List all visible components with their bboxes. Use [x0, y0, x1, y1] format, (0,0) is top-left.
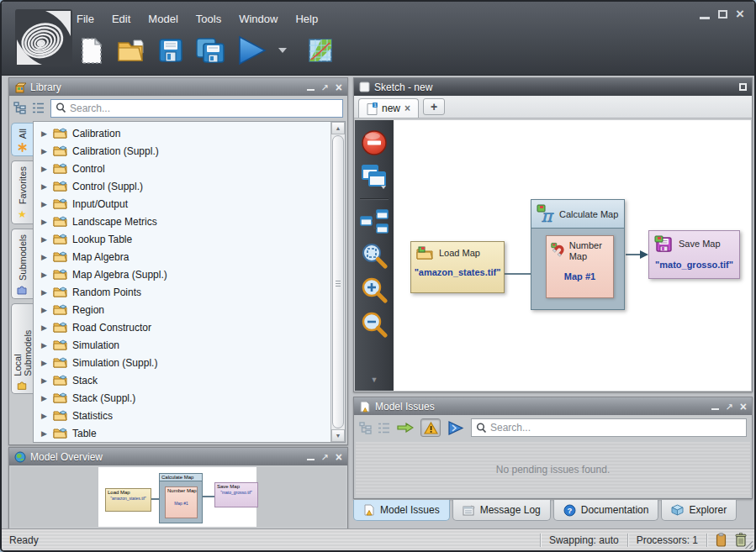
tree-item-control-suppl[interactable]: ▶Control (Suppl.)	[34, 177, 330, 195]
expand-icon[interactable]: ▶	[41, 306, 48, 314]
issues-list-view-icon[interactable]	[378, 422, 390, 434]
toolbar-scroll-down-icon[interactable]: ▼	[371, 376, 378, 384]
close-window-button[interactable]: ×	[736, 8, 744, 20]
tree-item-simulation-suppl[interactable]: ▶Simulation (Suppl.)	[34, 354, 330, 371]
tree-item-calibration[interactable]: ▶Calibration	[34, 124, 330, 142]
expand-icon[interactable]: ▶	[41, 129, 48, 138]
expand-icon[interactable]: ▶	[41, 147, 48, 155]
tree-item-table[interactable]: ▶Table	[34, 424, 330, 442]
side-tab-local-submodels[interactable]: Local Submodels	[11, 303, 33, 394]
node-save-map[interactable]: Save Map "mato_grosso.tif"	[648, 230, 740, 279]
zoom-in-button[interactable]	[361, 276, 388, 303]
tree-item-road-constructor[interactable]: ▶Road Constructor	[34, 318, 330, 336]
node-load-map[interactable]: Load Map "amazon_states.tif"	[410, 241, 505, 293]
expand-icon[interactable]: ▶	[41, 412, 48, 420]
library-minimize-button[interactable]	[307, 89, 315, 91]
windows-cascade-button[interactable]	[361, 164, 388, 189]
expand-icon[interactable]: ▶	[41, 359, 48, 367]
menu-help[interactable]: Help	[293, 10, 330, 28]
side-tab-all[interactable]: All	[11, 123, 33, 156]
overview-float-button[interactable]: ↗	[321, 453, 329, 461]
scroll-down-icon[interactable]: ▼	[331, 429, 345, 442]
tree-item-region[interactable]: ▶Region	[34, 301, 330, 318]
expand-icon[interactable]: ▶	[41, 376, 48, 385]
node-calculate-map-container[interactable]: π Calculate Map	[531, 199, 625, 310]
tree-item-map-algebra[interactable]: ▶Map Algebra	[34, 248, 330, 265]
menu-tools[interactable]: Tools	[193, 10, 233, 28]
save-model-button[interactable]	[155, 34, 187, 67]
expand-icon[interactable]: ▶	[41, 235, 48, 244]
tree-item-landscape-metrics[interactable]: ▶Landscape Metrics	[34, 213, 330, 230]
issues-float-button[interactable]: ↗	[726, 402, 733, 411]
expand-icon[interactable]: ▶	[41, 200, 48, 208]
tree-item-map-algebra-suppl[interactable]: ▶Map Algebra (Suppl.)	[34, 265, 330, 283]
library-close-button[interactable]: ×	[336, 82, 342, 92]
issues-tree-view-icon[interactable]	[359, 422, 372, 434]
tree-item-simulation[interactable]: ▶Simulation	[34, 336, 330, 354]
show-warnings-toggle[interactable]	[420, 418, 441, 437]
side-tab-submodels[interactable]: Submodels	[11, 229, 33, 299]
close-tab-icon[interactable]: ×	[404, 103, 410, 114]
overview-close-button[interactable]: ×	[336, 452, 342, 462]
zoom-fit-button[interactable]	[361, 242, 388, 269]
model-overview-viewport[interactable]: Load Map "amazon_states.tif" Calculate M…	[11, 467, 346, 527]
clipboard-icon[interactable]	[716, 533, 727, 547]
tree-item-lookup-table[interactable]: ▶Lookup Table	[34, 230, 330, 248]
sketch-tab-new[interactable]: 1 new ×	[358, 98, 419, 118]
expand-icon[interactable]: ▶	[41, 429, 48, 438]
expand-icon[interactable]: ▶	[41, 271, 48, 279]
list-view-icon[interactable]	[32, 102, 45, 114]
sketch-maximize-button[interactable]	[739, 83, 747, 91]
node-number-map[interactable]: Number Map Map #1	[546, 235, 614, 298]
remove-functor-button[interactable]	[361, 129, 388, 156]
tab-documentation[interactable]: ? Documentation	[553, 500, 659, 521]
sketch-canvas[interactable]: Load Map "amazon_states.tif" π Calculate…	[394, 120, 751, 391]
expand-icon[interactable]: ▶	[41, 165, 48, 173]
overview-minimize-button[interactable]	[307, 459, 315, 460]
expand-icon[interactable]: ▶	[41, 341, 48, 350]
expand-icon[interactable]: ▶	[41, 323, 48, 332]
show-execution-issues-toggle[interactable]	[447, 418, 465, 437]
run-model-button[interactable]	[234, 34, 269, 67]
map-viewer-button[interactable]	[304, 34, 336, 67]
auto-layout-button[interactable]	[360, 209, 389, 234]
expand-icon[interactable]: ▶	[41, 394, 48, 402]
tree-item-input-output[interactable]: ▶Input/Output	[34, 195, 330, 213]
menu-model[interactable]: Model	[145, 10, 189, 28]
menu-file[interactable]: File	[74, 10, 106, 28]
expand-icon[interactable]: ▶	[41, 218, 48, 226]
tree-item-stack-suppl[interactable]: ▶Stack (Suppl.)	[34, 389, 330, 407]
tab-model-issues[interactable]: Model Issues	[353, 500, 450, 521]
add-tab-button[interactable]: +	[423, 98, 445, 115]
tree-item-calibration-suppl[interactable]: ▶Calibration (Suppl.)	[34, 142, 330, 160]
issues-minimize-button[interactable]	[711, 408, 719, 410]
new-model-button[interactable]	[76, 34, 108, 67]
tree-view-icon[interactable]	[13, 102, 26, 114]
open-model-button[interactable]	[115, 34, 147, 67]
issues-search-input[interactable]	[490, 422, 742, 434]
minimize-window-button[interactable]	[700, 17, 710, 19]
expand-icon[interactable]: ▶	[41, 253, 48, 261]
run-options-dropdown[interactable]	[278, 48, 287, 53]
tab-message-log[interactable]: Message Log	[452, 500, 551, 521]
scroll-up-icon[interactable]: ▲	[331, 122, 345, 134]
save-all-button[interactable]	[194, 34, 226, 67]
issues-close-button[interactable]: ×	[740, 402, 747, 412]
resize-grip[interactable]	[744, 540, 753, 549]
tree-item-control[interactable]: ▶Control	[34, 160, 330, 177]
maximize-window-button[interactable]	[718, 10, 727, 18]
library-scrollbar[interactable]: ▲ ▼	[330, 122, 345, 442]
menu-edit[interactable]: Edit	[109, 10, 142, 28]
scrollbar-thumb[interactable]	[332, 135, 344, 428]
library-float-button[interactable]: ↗	[321, 83, 329, 92]
tree-item-random-points[interactable]: ▶Random Points	[34, 283, 330, 301]
tree-item-stack[interactable]: ▶Stack	[34, 371, 330, 389]
library-search-input[interactable]	[70, 103, 338, 114]
tab-explorer[interactable]: Explorer	[661, 500, 737, 521]
tree-item-statistics[interactable]: ▶Statistics	[34, 407, 330, 424]
zoom-out-button[interactable]	[361, 311, 388, 338]
menu-window[interactable]: Window	[236, 10, 289, 28]
expand-icon[interactable]: ▶	[41, 182, 48, 191]
side-tab-favorites[interactable]: Favorites ★	[11, 160, 33, 224]
expand-icon[interactable]: ▶	[41, 288, 48, 297]
